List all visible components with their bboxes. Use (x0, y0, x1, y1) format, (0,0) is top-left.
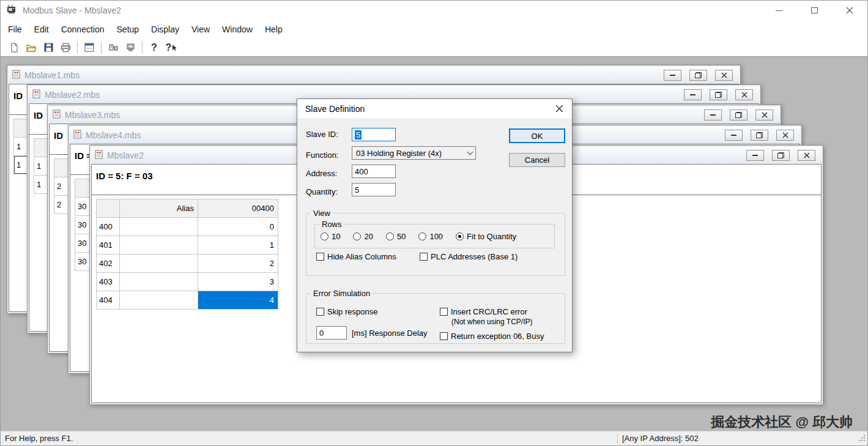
new-file-button[interactable] (6, 40, 23, 55)
function-select[interactable]: 03 Holding Register (4x) (352, 146, 476, 160)
address-label: Address: (306, 169, 337, 178)
rows-radio-50[interactable]: 50 (386, 232, 406, 241)
rows-radio-20[interactable]: 20 (353, 232, 373, 241)
checkbox-label: Hide Alias Columns (327, 252, 396, 261)
row-header[interactable]: 403 (97, 273, 120, 291)
close-button[interactable] (798, 150, 815, 161)
close-icon (741, 92, 747, 98)
rows-radio-10[interactable]: 10 (321, 232, 340, 241)
app-titlebar[interactable]: Modbus Slave - Mbslave2 (1, 1, 867, 20)
restore-icon (695, 72, 702, 78)
menu-connection[interactable]: Connection (55, 21, 111, 37)
dialog-close-button[interactable] (546, 99, 572, 118)
minimize-icon (690, 94, 696, 95)
row-header[interactable]: 402 (97, 255, 120, 273)
error-simulation-group: Error Simulation Skip response Insert CR… (306, 293, 565, 344)
return-exception-checkbox[interactable]: Return exception 06, Busy (440, 332, 544, 341)
quantity-input[interactable]: 5 (352, 183, 396, 196)
close-button[interactable] (715, 70, 733, 81)
dialog-titlebar[interactable]: Slave Definition (297, 99, 572, 118)
menu-display[interactable]: Display (145, 21, 185, 37)
save-file-button[interactable] (40, 40, 57, 55)
window-title: Mbslave2 (107, 151, 144, 160)
help-button[interactable]: ? (146, 40, 163, 55)
rows-group: Rows 10 20 50 100 Fit to Quantity (314, 224, 555, 248)
alias-column-header[interactable]: Alias (120, 199, 198, 218)
value-column-header[interactable]: 00400 (198, 199, 278, 218)
menu-edit[interactable]: Edit (28, 21, 55, 37)
slave-definition-dialog: Slave Definition Slave ID: 5 Function: 0… (297, 98, 573, 352)
minimize-icon (776, 10, 782, 11)
open-file-button[interactable] (23, 40, 40, 55)
rows-radio-100[interactable]: 100 (418, 232, 443, 241)
table-row: 400 0 (97, 218, 278, 236)
maximize-button[interactable] (796, 1, 832, 20)
value-cell[interactable]: 3 (198, 273, 278, 291)
ok-button[interactable]: OK (509, 128, 565, 143)
alias-cell[interactable] (120, 273, 198, 291)
selected-value-cell[interactable]: 4 (198, 291, 278, 310)
minimize-button[interactable] (746, 150, 764, 161)
minimize-button[interactable] (725, 130, 743, 141)
value-cell[interactable]: 2 (198, 255, 278, 273)
menu-help[interactable]: Help (259, 21, 289, 37)
radio-icon (321, 232, 328, 240)
skip-response-checkbox[interactable]: Skip response (316, 307, 377, 316)
restore-button[interactable] (710, 89, 727, 100)
slave-definition-button[interactable] (81, 40, 98, 55)
restore-button[interactable] (751, 130, 768, 141)
table-row: 401 1 (97, 236, 278, 255)
menu-setup[interactable]: Setup (111, 21, 146, 37)
statusbar: For Help, press F1. [Any IP Address]: 50… (1, 431, 867, 445)
print-button[interactable] (57, 40, 74, 55)
checkbox-label: Insert CRC/LRC error (451, 307, 527, 316)
value-cell[interactable]: 0 (198, 218, 278, 236)
row-header[interactable]: 400 (97, 218, 120, 236)
alias-cell[interactable] (120, 291, 198, 310)
alias-cell[interactable] (120, 236, 198, 255)
response-delay-input[interactable]: 0 (316, 326, 347, 340)
connection-setup-button[interactable] (105, 40, 122, 55)
minimize-button[interactable] (761, 1, 796, 20)
close-button[interactable] (832, 1, 867, 20)
close-icon (555, 105, 563, 113)
cancel-button[interactable]: Cancel (509, 153, 565, 167)
resize-grip[interactable] (858, 434, 866, 444)
hide-alias-columns-checkbox[interactable]: Hide Alias Columns (316, 252, 396, 261)
menu-window[interactable]: Window (216, 21, 259, 37)
restore-button[interactable] (689, 70, 707, 81)
rows-radio-fit-to-quantity[interactable]: Fit to Quantity (456, 232, 516, 241)
alias-cell[interactable] (120, 255, 198, 273)
restore-button[interactable] (772, 150, 790, 161)
communication-log-button[interactable] (122, 40, 139, 55)
child-titlebar[interactable]: Mbslave1.mbs (9, 67, 739, 84)
cursor-arrow-icon (172, 44, 177, 51)
close-button[interactable] (735, 89, 753, 100)
crc-note: (Not when using TCP/IP) (451, 318, 533, 326)
minimize-button[interactable] (684, 89, 702, 100)
minimize-button[interactable] (664, 70, 681, 81)
minimize-icon (670, 75, 675, 76)
close-button[interactable] (755, 110, 773, 121)
plc-addresses-checkbox[interactable]: PLC Addresses (Base 1) (420, 252, 517, 261)
context-help-button[interactable]: ? (163, 40, 180, 55)
watermark-text: 掘金技术社区 @ 邱大帅 (711, 413, 853, 431)
minimize-button[interactable] (704, 110, 722, 121)
close-button[interactable] (776, 130, 794, 141)
row-header[interactable]: 404 (97, 291, 120, 310)
context-help-icon: ? (166, 42, 172, 53)
slave-id-input[interactable]: 5 (352, 128, 396, 141)
row-header[interactable]: 401 (97, 236, 120, 255)
window-title: Mbslave1.mbs (24, 70, 80, 80)
value-cell[interactable]: 1 (198, 236, 278, 255)
menu-file[interactable]: File (2, 21, 28, 37)
menubar: File Edit Connection Setup Display View … (1, 20, 867, 39)
table-row: 402 2 (97, 255, 278, 273)
insert-crc-error-checkbox[interactable]: Insert CRC/LRC error (440, 307, 527, 316)
table-row: 404 4 (97, 291, 278, 310)
alias-cell[interactable] (120, 218, 198, 236)
menu-view[interactable]: View (185, 21, 216, 37)
window-title: Mbslave2.mbs (45, 90, 100, 100)
address-input[interactable]: 400 (352, 165, 396, 178)
restore-button[interactable] (730, 110, 747, 121)
